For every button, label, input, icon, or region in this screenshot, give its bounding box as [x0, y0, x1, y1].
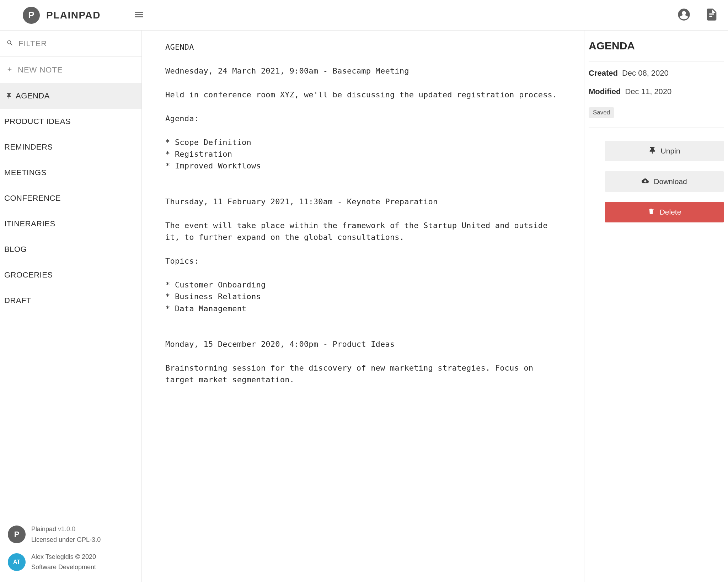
footer-author-link[interactable]: Alex Tselegidis: [31, 553, 74, 560]
note-item-title: PRODUCT IDEAS: [4, 117, 71, 126]
pin-icon: [649, 147, 656, 156]
delete-button[interactable]: Delete: [605, 202, 724, 222]
note-list-item[interactable]: CONFERENCE: [0, 185, 141, 211]
note-item-title: GROCERIES: [4, 270, 53, 280]
note-item-title: BLOG: [4, 245, 27, 254]
trash-icon: [648, 208, 655, 217]
note-content[interactable]: AGENDA Wednesday, 24 March 2021, 9:00am …: [165, 41, 561, 386]
filter-input[interactable]: [18, 39, 135, 48]
note-list: AGENDAPRODUCT IDEASREMINDERSMEETINGSCONF…: [0, 83, 141, 518]
note-item-title: REMINDERS: [4, 142, 53, 152]
modified-value: Dec 11, 2020: [625, 87, 671, 96]
cloud-download-icon: [642, 177, 649, 186]
footer-app-version: v1.0.0: [58, 526, 75, 533]
unpin-button[interactable]: Unpin: [605, 141, 724, 161]
hamburger-icon: [134, 9, 144, 21]
created-value: Dec 08, 2020: [622, 69, 669, 78]
note-list-item[interactable]: GROCERIES: [0, 262, 141, 288]
download-label: Download: [654, 177, 687, 186]
footer-app-name: Plainpad: [31, 526, 56, 533]
user-account-button[interactable]: [676, 7, 692, 23]
header-actions: [676, 7, 719, 23]
document-icon: [705, 7, 719, 23]
new-note-label: NEW NOTE: [18, 65, 63, 75]
note-list-item[interactable]: MEETINGS: [0, 160, 141, 185]
note-item-title: AGENDA: [16, 91, 50, 101]
delete-label: Delete: [660, 208, 681, 216]
search-icon: [6, 39, 14, 48]
plus-icon: [6, 66, 13, 74]
note-list-item[interactable]: BLOG: [0, 237, 141, 262]
status-badge: Saved: [589, 107, 614, 118]
note-item-title: MEETINGS: [4, 168, 47, 177]
footer-licensed-label: Licensed under: [31, 536, 75, 543]
created-label: Created: [589, 69, 618, 78]
menu-toggle-button[interactable]: [133, 9, 145, 22]
divider: [589, 128, 724, 128]
note-list-item[interactable]: PRODUCT IDEAS: [0, 109, 141, 134]
divider: [589, 61, 724, 61]
footer-author-sub: Software Development: [31, 562, 96, 573]
note-list-item[interactable]: ITINERARIES: [0, 211, 141, 237]
brand[interactable]: P PLAINPAD: [23, 7, 101, 24]
user-icon: [677, 7, 691, 23]
info-pane: AGENDA Created Dec 08, 2020 Modified Dec…: [584, 31, 728, 582]
editor-pane[interactable]: AGENDA Wednesday, 24 March 2021, 9:00am …: [142, 31, 584, 582]
sidebar-footer: P Plainpad v1.0.0 Licensed under GPL-3.0…: [0, 518, 141, 582]
pin-icon: [4, 93, 14, 99]
note-list-item[interactable]: REMINDERS: [0, 134, 141, 160]
download-button[interactable]: Download: [605, 171, 724, 192]
author-logo-icon: AT: [8, 553, 26, 571]
unpin-label: Unpin: [661, 147, 680, 155]
filter-row: [0, 31, 141, 57]
new-document-button[interactable]: [704, 7, 719, 23]
modified-label: Modified: [589, 87, 621, 96]
brand-logo-icon: P: [23, 7, 40, 24]
info-title: AGENDA: [589, 40, 724, 52]
app-header: P PLAINPAD: [0, 0, 728, 31]
note-list-item[interactable]: AGENDA: [0, 83, 141, 109]
new-note-button[interactable]: NEW NOTE: [0, 57, 141, 83]
note-item-title: CONFERENCE: [4, 194, 61, 203]
note-list-item[interactable]: DRAFT: [0, 288, 141, 313]
sidebar: NEW NOTE AGENDAPRODUCT IDEASREMINDERSMEE…: [0, 31, 142, 582]
brand-name: PLAINPAD: [46, 10, 101, 21]
note-item-title: ITINERARIES: [4, 219, 55, 228]
plainpad-logo-icon: P: [8, 526, 26, 543]
note-item-title: DRAFT: [4, 296, 31, 305]
footer-license-link[interactable]: GPL-3.0: [77, 536, 101, 543]
footer-copyright: © 2020: [75, 553, 96, 560]
